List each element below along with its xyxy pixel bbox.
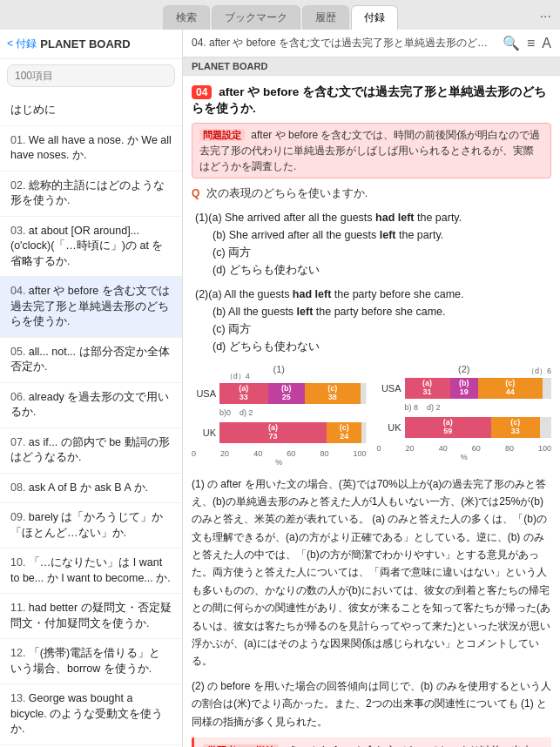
- text-icon[interactable]: A: [542, 36, 551, 51]
- search-icon[interactable]: 🔍: [503, 35, 520, 51]
- questions-container: (1)(a) She arrived after all the guests …: [192, 209, 551, 355]
- q-part: (d) どちらも使わない: [192, 261, 551, 279]
- chart-1-uk-label: UK: [192, 427, 216, 438]
- problem-label: 問題設定: [199, 129, 245, 141]
- section-title-text: after や before を含む文では過去完了形と単純過去形のどちらを使うか…: [192, 85, 546, 115]
- sidebar-item-2[interactable]: 02. 総称的主語にはどのような形を使うか.: [0, 172, 182, 217]
- sidebar-item-9[interactable]: 09. barely は「かろうじて」か「ほとんど…ない」か.: [0, 503, 182, 548]
- chart-2-uk-row: UK (a)59 (c)33: [377, 417, 552, 438]
- sidebar-item-5[interactable]: 05. all... not... は部分否定か全体否定か.: [0, 338, 182, 383]
- q-part: (c) 両方: [192, 244, 551, 261]
- bar-usa-a: (a)33: [219, 383, 268, 404]
- question-mark: Q: [192, 187, 199, 199]
- bar2-uk-c: (c)33: [491, 417, 540, 438]
- problem-box: 問題設定 after や before を含む文では、時間の前後関係が明白なので…: [192, 123, 551, 178]
- chart-1-uk-row: UK (a)73 (c)24: [192, 422, 367, 443]
- chart-2-usa-track: （d）6 (a)31 (b)19 (c)44: [405, 378, 552, 399]
- tab-history[interactable]: 履歴: [302, 5, 349, 30]
- chart-2-title: (2): [377, 364, 552, 374]
- q-part: (b) All the guests left the party before…: [192, 303, 551, 320]
- sidebar-item-11[interactable]: 11. had better の疑問文・否定疑問文・付加疑問文を使うか.: [0, 594, 182, 639]
- paragraphs-container: (1) の after を用いた文の場合、(英)では70%以上が(a)の過去完了…: [192, 475, 551, 730]
- main-layout: < 付録 PLANET BOARD はじめに01. We all have a …: [0, 30, 560, 747]
- content-topbar-title: 04. after や before を含む文では過去完了形と単純過去形のど…: [192, 36, 496, 50]
- bar2-uk-d: [540, 417, 551, 438]
- bar2-usa-a: (a)31: [405, 378, 450, 399]
- chart-2-usa-label: USA: [377, 383, 401, 394]
- sidebar-list: はじめに01. We all have a nose. か We all hav…: [0, 92, 182, 747]
- bar2-usa-c: (c)44: [478, 378, 543, 399]
- more-icon[interactable]: ···: [540, 9, 551, 24]
- sidebar-item-12[interactable]: 12. 「(携帯)電話を借りる」という場合、borrow を使うか.: [0, 639, 182, 684]
- sidebar-item-0[interactable]: はじめに: [0, 96, 182, 126]
- tab-search[interactable]: 検索: [163, 5, 210, 30]
- sidebar-item-13[interactable]: 13. George was bought a bicycle. のような受動文…: [0, 684, 182, 745]
- chart-1-title: (1): [192, 364, 367, 374]
- section-num-badge: 04: [192, 85, 212, 99]
- question-block: (1)(a) She arrived after all the guests …: [192, 209, 551, 279]
- bar2-uk-a: (a)59: [405, 417, 491, 438]
- chart-1-usa-row: USA （d）4 (a)33 (b)25 (c)38: [192, 383, 367, 404]
- q-part: (b) She arrived after all the guests lef…: [192, 226, 551, 244]
- sidebar-header: < 付録 PLANET BOARD: [0, 30, 182, 59]
- paragraph: (2) の before を用いた場合の回答傾向は同じで、(b) のみを使用する…: [192, 677, 551, 730]
- bar-uk-a: (a)73: [219, 422, 327, 443]
- chart-2-uk-label: UK: [377, 422, 401, 433]
- bar-uk-d: [361, 422, 366, 443]
- question-block: (2)(a) All the guests had left the party…: [192, 286, 551, 355]
- question-intro-text: 次の表現のどちらを使いますか.: [206, 187, 368, 199]
- paragraph: (1) の after を用いた文の場合、(英)では70%以上が(a)の過去完了…: [192, 475, 551, 670]
- sidebar-search: [0, 59, 182, 92]
- charts-row: (1) USA （d）4 (a)33: [192, 364, 551, 467]
- content-area: 04. after や before を含む文では過去完了形と単純過去形のど… …: [183, 30, 560, 747]
- sidebar-item-3[interactable]: 03. at about [OR around]... (o'clock)(「……: [0, 217, 182, 278]
- q-part: (1)(a) She arrived after all the guests …: [192, 209, 551, 226]
- sidebar-title: PLANET BOARD: [40, 37, 130, 50]
- bar-usa-d: [361, 383, 367, 404]
- chart-2-bars: USA （d）6 (a)31 (b)19 (c)44: [377, 378, 552, 441]
- sidebar-item-7[interactable]: 07. as if... の節内で be 動詞の形はどうなるか.: [0, 428, 182, 474]
- sidebar-item-6[interactable]: 06. already を過去形の文で用いるか.: [0, 383, 182, 428]
- chart-2-xaxis: 020406080100: [377, 442, 552, 453]
- chart-2-uk-track: (a)59 (c)33: [405, 417, 552, 438]
- chart-1-xaxis: 020406080100: [192, 448, 367, 458]
- chart-2: (2) USA （d）6 (a)31 (b)19: [377, 364, 552, 467]
- sidebar-item-8[interactable]: 08. ask A of B か ask B A か.: [0, 474, 182, 504]
- chart-2-usa-row: USA （d）6 (a)31 (b)19 (c)44: [377, 378, 552, 399]
- sidebar-item-1[interactable]: 01. We all have a nose. か We all have no…: [0, 126, 182, 172]
- chart-1-bars: USA （d）4 (a)33 (b)25 (c)38: [192, 378, 367, 446]
- bar2-usa-b: (b)19: [450, 378, 478, 399]
- content-scroll: 04 after や before を含む文では過去完了形と単純過去形のどちらを…: [183, 76, 560, 747]
- content-topbar: 04. after や before を含む文では過去完了形と単純過去形のど… …: [183, 30, 560, 57]
- search-input[interactable]: [7, 64, 175, 87]
- bar-usa-c: (c)38: [305, 383, 361, 404]
- chart-1: (1) USA （d）4 (a)33: [192, 364, 367, 467]
- bar-uk-c: (c)24: [327, 422, 361, 443]
- chart-1-usa-label: USA: [192, 388, 216, 399]
- sidebar: < 付録 PLANET BOARD はじめに01. We all have a …: [0, 30, 183, 747]
- bar-usa-b: (b)25: [268, 383, 305, 404]
- section-title: 04 after や before を含む文では過去完了形と単純過去形のどちらを…: [192, 84, 551, 118]
- tab-bookmark[interactable]: ブックマーク: [212, 5, 300, 30]
- q-part: (c) 両方: [192, 320, 551, 338]
- note-box: 学習者への指針 after や before を含む文であっても、より以前の出来…: [192, 737, 551, 747]
- chart-1-uk-track: (a)73 (c)24: [219, 422, 367, 443]
- chart-1-usa-track: （d）4 (a)33 (b)25 (c)38: [219, 383, 367, 404]
- menu-icon[interactable]: ≡: [527, 36, 535, 51]
- sidebar-item-4[interactable]: 04. after や before を含む文では過去完了形と単純過去形のどちら…: [0, 277, 182, 338]
- q-part: (2)(a) All the guests had left the party…: [192, 286, 551, 303]
- sidebar-item-10[interactable]: 10. 「…になりたい」は I want to be... か I want t…: [0, 548, 182, 594]
- sidebar-back-button[interactable]: < 付録: [7, 37, 37, 51]
- q-part: (d) どちらも使わない: [192, 338, 551, 355]
- panel-label: PLANET BOARD: [183, 57, 560, 76]
- top-tabs: 検索 ブックマーク 履歴 付録 ···: [0, 0, 560, 30]
- problem-text: after や before を含む文では、時間の前後関係が明白なので過去完了形…: [199, 129, 540, 172]
- tab-appendix[interactable]: 付録: [351, 5, 398, 30]
- question-intro: Q 次の表現のどちらを使いますか.: [192, 185, 551, 202]
- bar2-usa-d: [543, 378, 551, 399]
